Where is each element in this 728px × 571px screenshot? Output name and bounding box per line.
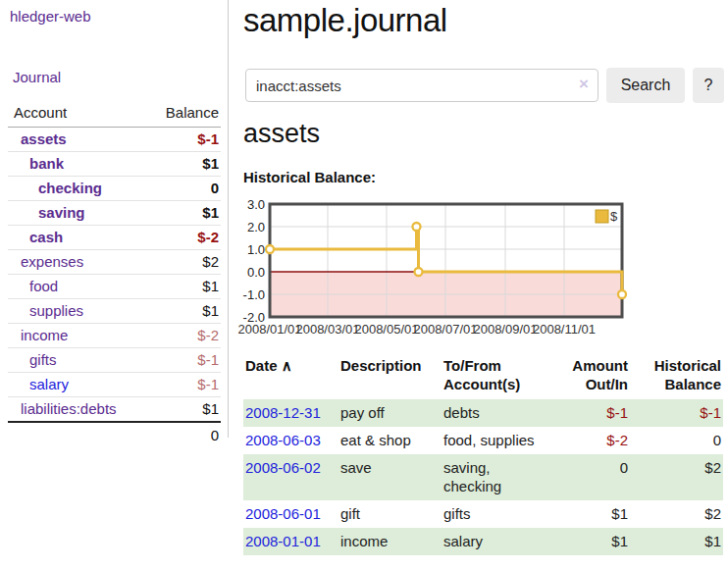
account-heading: assets xyxy=(243,119,320,149)
account-link-cash[interactable]: cash xyxy=(29,229,63,245)
transaction-row: 2008-06-02savesaving, checking0$2 xyxy=(243,454,723,500)
account-balance: $1 xyxy=(145,152,221,177)
account-link-salary[interactable]: salary xyxy=(29,376,69,392)
transaction-accounts-cell: food, supplies xyxy=(442,427,544,454)
transaction-date-cell: 2008-06-03 xyxy=(243,427,338,454)
account-link-gifts[interactable]: gifts xyxy=(29,351,57,368)
account-balance: $1 xyxy=(145,299,221,324)
help-button[interactable]: ? xyxy=(693,68,724,103)
account-balance: $2 xyxy=(145,250,221,275)
column-header-accounts: To/From Account(s) xyxy=(442,354,544,399)
account-row: cash$-2 xyxy=(8,226,221,250)
account-row: liabilities:debts$1 xyxy=(8,397,221,423)
sort-ascending-icon: ∧ xyxy=(282,357,292,374)
svg-text:3.0: 3.0 xyxy=(247,197,265,212)
search-bar: × Search ? xyxy=(243,68,728,103)
svg-text:2008/05/01: 2008/05/01 xyxy=(354,322,418,337)
account-balance: $1 xyxy=(145,201,221,226)
transaction-accounts-cell: gifts xyxy=(442,500,544,528)
transaction-balance-cell: $-1 xyxy=(630,399,723,427)
transaction-amount-cell: $-2 xyxy=(544,427,630,454)
transaction-amount-cell: $-1 xyxy=(544,399,630,427)
svg-text:2008/09/01: 2008/09/01 xyxy=(473,322,537,337)
accounts-total-spacer xyxy=(8,422,145,447)
account-balance: $1 xyxy=(145,275,221,299)
transaction-amount-cell: 0 xyxy=(544,454,630,500)
transaction-date-link[interactable]: 2008-12-31 xyxy=(245,404,321,421)
transaction-amount-cell: $1 xyxy=(544,500,630,528)
transaction-date-link[interactable]: 2008-06-03 xyxy=(245,432,321,448)
svg-text:2008/01/01: 2008/01/01 xyxy=(237,322,301,337)
column-header-description: Description xyxy=(338,354,442,399)
transaction-date-link[interactable]: 2008-06-02 xyxy=(245,459,321,476)
main-content: sample.journal × Search ? assets Histori… xyxy=(243,0,728,571)
data-point-marker xyxy=(413,223,421,231)
column-header-amount: Amount Out/In xyxy=(544,354,630,399)
transactions-table-body: 2008-12-31pay offdebts$-1$-12008-06-03ea… xyxy=(243,399,723,555)
date-header-label: Date xyxy=(245,357,278,374)
account-row: gifts$-1 xyxy=(8,348,221,373)
column-header-balance: Historical Balance xyxy=(630,354,723,399)
accounts-header-balance: Balance xyxy=(145,100,221,128)
account-balance: $-2 xyxy=(145,226,221,250)
transaction-row: 2008-12-31pay offdebts$-1$-1 xyxy=(243,399,723,427)
account-link-food[interactable]: food xyxy=(29,278,58,294)
transactions-table: Date ∧ Description To/From Account(s) Am… xyxy=(243,354,723,555)
svg-text:2008/07/01: 2008/07/01 xyxy=(413,322,477,337)
account-balance: $-1 xyxy=(145,128,221,152)
transaction-accounts-cell: debts xyxy=(442,399,544,427)
account-link-income[interactable]: income xyxy=(21,327,68,343)
transaction-description-cell: eat & shop xyxy=(338,427,442,454)
account-row: income$-2 xyxy=(8,324,221,348)
transaction-row: 2008-06-03eat & shopfood, supplies$-20 xyxy=(243,427,723,454)
transaction-date-link[interactable]: 2008-01-01 xyxy=(245,533,321,549)
historical-balance-chart: $3.02.01.00.0-1.0-2.02008/01/012008/03/0… xyxy=(243,199,655,346)
transaction-description-cell: save xyxy=(338,454,442,500)
account-link-bank[interactable]: bank xyxy=(29,155,64,172)
column-header-date[interactable]: Date ∧ xyxy=(243,354,338,399)
account-balance: $-1 xyxy=(145,348,221,373)
transaction-date-cell: 2008-12-31 xyxy=(243,399,338,427)
search-input[interactable] xyxy=(245,69,598,102)
svg-text:2.0: 2.0 xyxy=(247,220,265,234)
account-row: food$1 xyxy=(8,275,221,299)
accounts-total-balance: 0 xyxy=(145,422,221,447)
transaction-row: 2008-06-01giftgifts$1$2 xyxy=(243,500,723,528)
transaction-date-link[interactable]: 2008-06-01 xyxy=(245,505,321,522)
chart-svg: $3.02.01.00.0-1.0-2.02008/01/012008/03/0… xyxy=(243,199,655,346)
sidebar-item-journal[interactable]: Journal xyxy=(13,69,61,85)
transaction-description-cell: pay off xyxy=(338,399,442,427)
data-point-marker xyxy=(618,290,626,298)
account-link-liabilities-debts[interactable]: liabilities:debts xyxy=(21,400,117,417)
svg-text:2008/03/01: 2008/03/01 xyxy=(295,322,359,337)
account-row: expenses$2 xyxy=(8,250,221,275)
transaction-accounts-cell: saving, checking xyxy=(442,454,544,500)
transaction-row: 2008-01-01incomesalary$1$1 xyxy=(243,528,723,555)
svg-text:0.0: 0.0 xyxy=(247,265,265,280)
account-link-assets[interactable]: assets xyxy=(21,130,67,147)
transaction-description-cell: income xyxy=(338,528,442,555)
account-balance: $-1 xyxy=(145,373,221,397)
app-brand-link[interactable]: hledger-web xyxy=(10,8,91,25)
account-link-supplies[interactable]: supplies xyxy=(29,302,83,319)
clear-search-icon[interactable]: × xyxy=(579,76,589,93)
search-button[interactable]: Search xyxy=(606,68,685,103)
svg-text:1.0: 1.0 xyxy=(247,242,265,257)
transaction-date-cell: 2008-06-01 xyxy=(243,500,338,528)
account-row: saving$1 xyxy=(8,201,221,226)
accounts-header-account: Account xyxy=(8,100,145,128)
account-row: assets$-1 xyxy=(8,128,221,152)
transaction-balance-cell: $2 xyxy=(630,500,723,528)
account-link-expenses[interactable]: expenses xyxy=(21,253,83,270)
svg-text:2008/11/01: 2008/11/01 xyxy=(533,322,596,337)
account-link-checking[interactable]: checking xyxy=(38,180,102,196)
account-row: checking0 xyxy=(8,177,221,201)
transaction-balance-cell: $2 xyxy=(630,454,723,500)
account-row: bank$1 xyxy=(8,152,221,177)
account-link-saving[interactable]: saving xyxy=(38,204,85,221)
account-row: supplies$1 xyxy=(8,299,221,324)
accounts-table-body: assets$-1bank$1checking0saving$1cash$-2e… xyxy=(8,128,221,423)
transaction-date-cell: 2008-06-02 xyxy=(243,454,338,500)
transaction-balance-cell: $1 xyxy=(630,528,723,555)
sidebar: hledger-web Journal Account Balance asse… xyxy=(0,0,229,438)
